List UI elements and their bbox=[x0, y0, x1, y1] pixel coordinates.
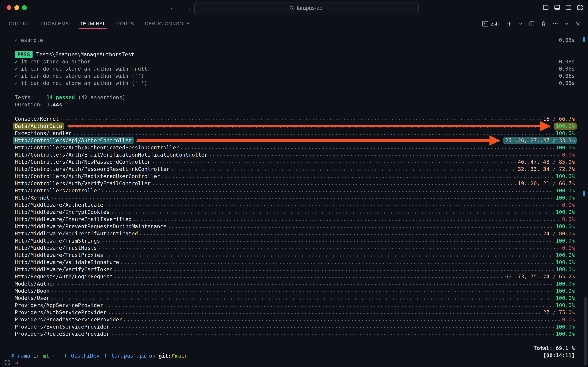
search-icon bbox=[289, 5, 294, 11]
dot-leader bbox=[105, 201, 560, 209]
scrollbar-marker bbox=[583, 191, 585, 196]
tab-terminal[interactable]: TERMINAL bbox=[79, 16, 106, 32]
prompt-segment: # rama bbox=[11, 353, 30, 359]
prompt-continuation-row: → bbox=[5, 359, 575, 366]
tab-debug-console[interactable]: DEBUG CONSOLE bbox=[145, 16, 190, 32]
coverage-value: 100.0% bbox=[556, 288, 575, 294]
coverage-file-name: Http/Controllers/Controller bbox=[15, 188, 100, 194]
tab-problems[interactable]: PROBLEMS bbox=[40, 16, 69, 32]
passed-count: 14 passed bbox=[46, 94, 75, 100]
shell-prompt: # rama in m1 ~ ⟩ QisthiDev ⟩ larapus-api… bbox=[11, 352, 188, 359]
dot-leader bbox=[109, 309, 541, 316]
coverage-value: 25..26, 27..47 / 33.3% bbox=[503, 137, 577, 144]
coverage-value: 0.0% bbox=[562, 245, 575, 251]
total-row: Total: 69.1 % bbox=[15, 345, 575, 352]
prompt-segment: m1 bbox=[43, 353, 49, 359]
prompt-row: # rama in m1 ~ ⟩ QisthiDev ⟩ larapus-api… bbox=[15, 352, 575, 359]
dot-leader bbox=[134, 216, 560, 223]
dot-leader bbox=[210, 151, 560, 158]
coverage-file-name: Http/Controllers/Auth/RegisteredUserCont… bbox=[15, 173, 160, 179]
coverage-row: Http/Middleware/VerifyCsrfToken100.0% bbox=[15, 266, 575, 273]
dot-leader bbox=[124, 316, 560, 323]
toggle-panel-icon[interactable] bbox=[554, 4, 560, 11]
test-case-list: ✓it can store an author0.08s✓it can do n… bbox=[15, 58, 575, 87]
coverage-file-name: Http/Middleware/TrustHosts bbox=[15, 245, 97, 251]
coverage-row: Models/Book100.0% bbox=[15, 287, 575, 294]
customize-layout-icon[interactable] bbox=[577, 4, 583, 11]
coverage-value: 0.0% bbox=[562, 152, 575, 158]
kill-terminal-trash-icon[interactable] bbox=[541, 21, 546, 27]
command-decoration-circle[interactable] bbox=[5, 360, 10, 366]
zoom-window-button[interactable] bbox=[22, 5, 27, 10]
coverage-row: Providers/RouteServiceProvider100.0% bbox=[15, 330, 575, 337]
coverage-value: 100.0% bbox=[556, 195, 575, 201]
history-back-button[interactable]: ← bbox=[169, 3, 177, 12]
dot-leader bbox=[153, 180, 516, 187]
prompt-segment: ⟩ bbox=[55, 352, 71, 359]
coverage-value: 0.0% bbox=[562, 317, 575, 323]
more-actions-icon[interactable] bbox=[552, 21, 558, 27]
test-case-row: ✓it can do not store an author with (nul… bbox=[15, 65, 575, 72]
suite-name: Tests\Feature\ManageAuthorsTest bbox=[36, 51, 134, 58]
panel-tabs: OUTPUTPROBLEMSTERMINALPORTSDEBUG CONSOLE bbox=[9, 16, 190, 32]
dot-leader bbox=[52, 194, 554, 201]
coverage-file-name: Http/Controllers/Auth/AuthenticatedSessi… bbox=[15, 144, 179, 151]
dot-leader bbox=[112, 323, 554, 330]
test-time: 0.06s bbox=[559, 37, 575, 43]
panel-size-chevron-icon[interactable] bbox=[564, 21, 569, 26]
coverage-row: Http/Middleware/TrimStrings100.0% bbox=[15, 237, 575, 244]
tab-ports[interactable]: PORTS bbox=[116, 16, 135, 32]
dot-leader bbox=[136, 137, 501, 144]
coverage-file-name: Http/Middleware/ValidateSignature bbox=[15, 259, 119, 265]
coverage-row: Providers/AuthServiceProvider27 / 75.0% bbox=[15, 309, 575, 316]
test-case-row: ✓it can store an author0.08s bbox=[15, 58, 575, 65]
annotation-arrow bbox=[68, 125, 540, 127]
terminal-icon bbox=[482, 21, 488, 27]
coverage-row: Http/Middleware/EnsureEmailIsVerified0.0… bbox=[15, 216, 575, 223]
terminal-profile-chevron-icon[interactable] bbox=[518, 22, 523, 26]
coverage-row: Http/Controllers/Auth/RegisteredUserCont… bbox=[15, 173, 575, 180]
dot-leader bbox=[61, 115, 541, 123]
tests-summary-row: Tests:14 passed (42 assertions) bbox=[15, 94, 575, 101]
command-center-search[interactable]: larapus-api bbox=[194, 2, 419, 14]
dot-leader bbox=[102, 237, 554, 244]
coverage-row: Models/Author100.0% bbox=[15, 280, 575, 287]
toggle-primary-sidebar-icon[interactable] bbox=[543, 4, 549, 11]
dot-leader bbox=[105, 251, 554, 259]
terminal-output: ✓example 0.06s PASSTests\Feature\ManageA… bbox=[0, 32, 588, 367]
search-text: larapus-api bbox=[297, 5, 324, 11]
coverage-row: Http/Middleware/Authenticate0.0% bbox=[15, 201, 575, 209]
coverage-file-name: Console/Kernel bbox=[15, 116, 59, 122]
coverage-file-name: Http/Middleware/PreventRequestsDuringMai… bbox=[15, 223, 166, 229]
minimize-window-button[interactable] bbox=[14, 5, 19, 10]
coverage-file-name: Models/Book bbox=[15, 288, 50, 294]
split-terminal-icon[interactable] bbox=[529, 21, 535, 27]
coverage-row: Providers/AppServiceProvider100.0% bbox=[15, 302, 575, 309]
coverage-value: 100.0% bbox=[556, 223, 575, 229]
dot-leader bbox=[58, 280, 554, 287]
terminal-shell-selector[interactable]: zsh bbox=[482, 21, 499, 27]
prompt-timestamp: [00:14:11] bbox=[543, 352, 575, 359]
prompt-segment: larapus-api bbox=[111, 353, 146, 359]
close-window-button[interactable] bbox=[7, 5, 11, 10]
vscode-window: ← → larapus-api bbox=[0, 0, 588, 367]
toggle-secondary-sidebar-icon[interactable] bbox=[565, 4, 572, 11]
new-terminal-icon[interactable] bbox=[506, 21, 512, 27]
scrollbar-thumb[interactable] bbox=[584, 297, 587, 366]
dot-leader bbox=[74, 130, 554, 137]
panel-tabbar: OUTPUTPROBLEMSTERMINALPORTSDEBUG CONSOLE… bbox=[0, 16, 588, 32]
tab-output[interactable]: OUTPUT bbox=[9, 16, 30, 32]
coverage-file-name: Providers/AppServiceProvider bbox=[15, 302, 103, 308]
prompt-segment: git: bbox=[159, 353, 171, 359]
coverage-file-name: Models/Author bbox=[15, 281, 56, 287]
coverage-list: Console/Kernel16 / 66.7%Data/AuthorData1… bbox=[15, 115, 575, 337]
coverage-row: Http/Middleware/PreventRequestsDuringMai… bbox=[15, 223, 575, 230]
coverage-row: Http/Middleware/TrustProxies100.0% bbox=[15, 251, 575, 259]
coverage-file-name: Providers/EventServiceProvider bbox=[15, 324, 110, 330]
coverage-file-name: Models/User bbox=[15, 295, 50, 301]
close-panel-icon[interactable] bbox=[575, 21, 581, 26]
history-forward-button[interactable]: → bbox=[184, 3, 192, 12]
coverage-file-name: Http/Middleware/VerifyCsrfToken bbox=[15, 266, 113, 272]
dot-leader bbox=[102, 187, 554, 194]
dot-leader bbox=[121, 259, 554, 266]
